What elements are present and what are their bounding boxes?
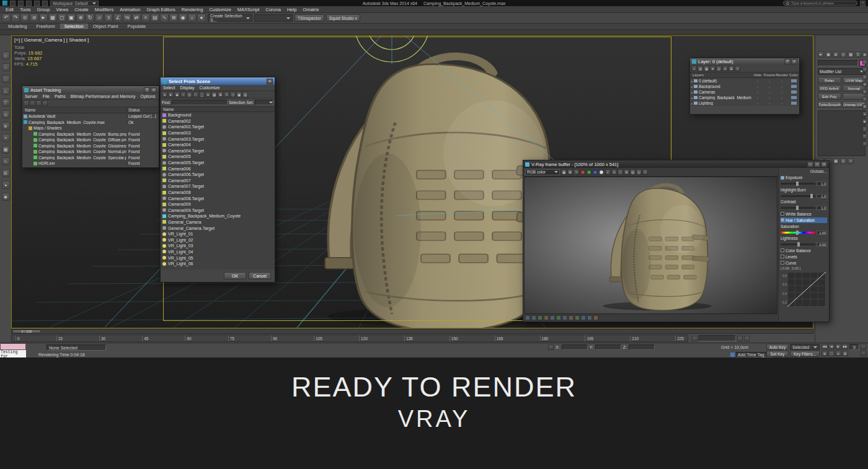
object-name-field[interactable] bbox=[818, 60, 858, 66]
list-item[interactable]: Camera005 bbox=[161, 154, 275, 160]
red-channel-icon[interactable] bbox=[580, 170, 585, 175]
modifier-button[interactable]: Edit Poly bbox=[818, 93, 841, 100]
toolbar-icon[interactable]: ⇄ bbox=[132, 14, 141, 22]
tsinspector-button[interactable]: TSInspector bbox=[294, 14, 324, 22]
cancel-button[interactable]: Cancel bbox=[249, 272, 271, 279]
list-item[interactable]: VR_Light_04 bbox=[161, 249, 275, 255]
toolbar-icon[interactable]: ◆ bbox=[862, 119, 867, 124]
toolbar-icon[interactable]: ◇ bbox=[2, 51, 10, 59]
asset-tracking-titlebar[interactable]: Asset Tracking ?× bbox=[22, 86, 159, 94]
layer-explorer-titlebar[interactable]: Layer: 0 (default) ?× bbox=[690, 58, 799, 65]
y-coordinate-field[interactable] bbox=[595, 344, 621, 350]
asset-row[interactable]: HDRI.exr Found bbox=[22, 160, 159, 167]
list-item[interactable]: VR_Light_05 bbox=[161, 255, 275, 261]
toolbar-icon[interactable]: ◻ bbox=[862, 59, 867, 64]
selected-set-combo[interactable]: Selected bbox=[790, 344, 820, 350]
toolbar-icon[interactable]: ≡ bbox=[2, 134, 10, 142]
layer-row[interactable]: ▸ 0 (default) - - - bbox=[690, 78, 799, 84]
vfb-tool-icon[interactable]: ▤ bbox=[630, 169, 636, 175]
toolbar-icon[interactable]: ▦ bbox=[2, 146, 10, 154]
track-bar-icon[interactable] bbox=[744, 336, 750, 341]
list-item[interactable]: Camera006 bbox=[161, 165, 275, 172]
frame-tick[interactable]: 30 bbox=[99, 335, 105, 341]
menu-item[interactable]: Tools bbox=[17, 7, 34, 12]
modifier-list-combo[interactable]: Modifier List bbox=[818, 68, 866, 75]
checkbox-icon[interactable] bbox=[781, 261, 784, 265]
toolbar-icon[interactable]: ◉ bbox=[179, 14, 187, 22]
highlight-burn-slider[interactable]: 1,0 bbox=[781, 193, 827, 198]
search-input[interactable]: Type a keyword or phrase bbox=[783, 1, 857, 6]
help-icon[interactable]: ? bbox=[784, 59, 790, 64]
list-item[interactable]: Camping_Backpack_Medium_Coyote bbox=[161, 213, 275, 219]
toolbar-icon[interactable]: ▽ bbox=[862, 134, 867, 139]
maximize-viewport-icon[interactable] bbox=[861, 351, 866, 356]
vfb-bottom-icon[interactable] bbox=[550, 315, 555, 320]
workspace-combo[interactable]: Workspace: Default bbox=[50, 1, 99, 6]
track-bar-field[interactable] bbox=[699, 335, 736, 341]
toolbar-icon[interactable]: ▽ bbox=[2, 99, 10, 107]
checkbox-icon[interactable] bbox=[781, 255, 784, 258]
frame-tick[interactable]: 180 bbox=[540, 335, 549, 341]
lightness-slider[interactable]: 0,00 bbox=[781, 242, 827, 247]
vfb-tool-icon[interactable]: ◐ bbox=[605, 169, 611, 175]
vfb-tool-icon[interactable]: ◎ bbox=[636, 169, 642, 175]
globals-link[interactable]: Globals... bbox=[810, 169, 827, 174]
vfb-bottom-icon[interactable] bbox=[587, 315, 592, 320]
transport-icon[interactable]: ▶ bbox=[835, 344, 841, 349]
list-item[interactable]: General_Camera bbox=[161, 219, 275, 226]
filter-icon[interactable]: ⊞ bbox=[218, 92, 223, 97]
viewport-nav-icon[interactable]: ⊕ bbox=[822, 351, 828, 356]
vfb-tool-icon[interactable]: ⊞ bbox=[567, 169, 573, 175]
contrast-slider[interactable]: 1,0 bbox=[781, 206, 827, 211]
filter-icon[interactable]: △ bbox=[199, 92, 205, 97]
menu-item[interactable]: Rendering bbox=[179, 7, 206, 12]
filter-icon[interactable]: ▤ bbox=[242, 92, 248, 97]
vfb-bottom-icon[interactable] bbox=[538, 315, 542, 320]
ribbon-tab[interactable]: Modeling bbox=[4, 24, 31, 29]
command-panel-tab[interactable]: ► bbox=[818, 51, 824, 58]
toolbar-icon[interactable]: □ bbox=[2, 75, 10, 83]
frame-tick[interactable]: 120 bbox=[359, 335, 368, 341]
menu-item[interactable]: Animation bbox=[117, 7, 143, 12]
toolbar-icon[interactable]: ◆ bbox=[2, 193, 10, 201]
time-slider[interactable]: 0 / 225 bbox=[11, 329, 813, 334]
command-panel-tab[interactable]: ▦ bbox=[848, 51, 854, 58]
toolbar-icon[interactable] bbox=[36, 100, 42, 106]
render-column-header[interactable]: Render bbox=[776, 73, 788, 77]
toolbar-icon[interactable]: ▦ bbox=[862, 52, 867, 57]
checkbox-icon[interactable] bbox=[781, 218, 784, 222]
menu-item[interactable]: MAXScript bbox=[234, 7, 262, 12]
toolbar-icon[interactable]: ↷ bbox=[11, 14, 20, 22]
menu-item[interactable]: Edit bbox=[2, 7, 17, 12]
asset-row[interactable]: Camping_Backpack_Medium_Coyote_Glossines… bbox=[22, 143, 159, 149]
vfb-bottom-icon[interactable] bbox=[569, 315, 574, 320]
checkbox-icon[interactable] bbox=[781, 212, 784, 216]
list-item[interactable]: Camera007.Target bbox=[161, 183, 275, 190]
frame-tick[interactable]: 210 bbox=[630, 335, 639, 341]
list-item[interactable]: Camera002 bbox=[161, 118, 275, 125]
levels-row[interactable]: Levels bbox=[781, 254, 827, 260]
frame-tick[interactable]: 225 bbox=[675, 335, 684, 341]
frame-tick[interactable]: 135 bbox=[404, 335, 413, 341]
layer-row[interactable]: ▸ Camping_Backpack_Medium_Coyote - - - bbox=[690, 95, 799, 100]
vfb-bottom-icon[interactable] bbox=[531, 315, 536, 320]
layer-color-swatch[interactable] bbox=[788, 85, 799, 88]
layer-explorer-window[interactable]: Layer: 0 (default) ?× +▤▦●◎≡⊞× Layers Hi… bbox=[689, 58, 800, 115]
toolbar-icon[interactable]: △ bbox=[2, 87, 10, 95]
filter-icon[interactable]: ◎ bbox=[187, 92, 192, 97]
toolbar-icon[interactable]: ∿ bbox=[160, 14, 169, 22]
modifier-button[interactable]: TurboSmooth bbox=[818, 101, 841, 108]
vfb-tool-icon[interactable]: ∿ bbox=[642, 169, 648, 175]
menu-item[interactable]: Select bbox=[161, 85, 177, 90]
selection-filter-combo[interactable]: Create Selection S... bbox=[208, 14, 252, 22]
ok-button[interactable]: OK bbox=[224, 272, 246, 279]
list-item[interactable]: Camera006.Target bbox=[161, 172, 275, 178]
layer-color-swatch[interactable] bbox=[788, 79, 799, 82]
auto-key-button[interactable]: Auto Key bbox=[766, 344, 789, 350]
toolbar-icon[interactable]: ○ bbox=[862, 141, 867, 146]
layer-row[interactable]: ▸ Lighting - - - bbox=[690, 100, 799, 106]
vfb-tool-icon[interactable]: ≡ bbox=[611, 169, 617, 175]
toolbar-icon[interactable]: ◎ bbox=[2, 110, 10, 118]
menu-item[interactable]: Customize bbox=[206, 7, 234, 12]
green-channel-icon[interactable] bbox=[587, 170, 591, 175]
